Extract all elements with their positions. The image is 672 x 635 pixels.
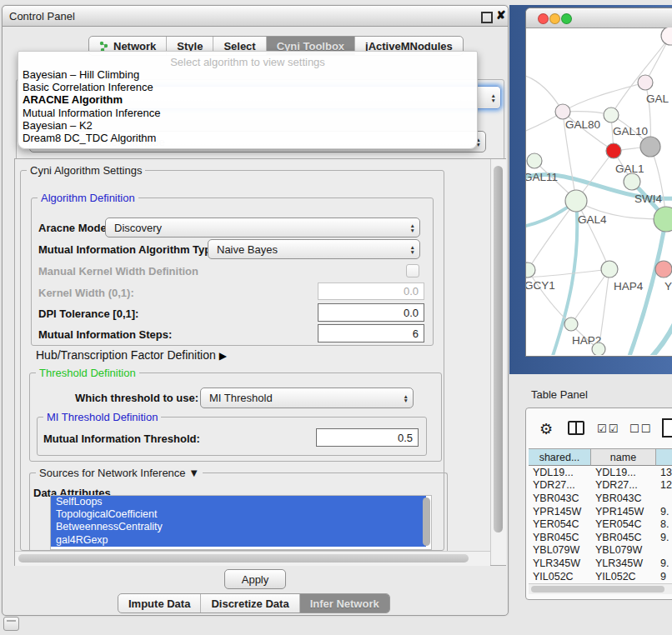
table-cell: YDL19... (591, 467, 656, 478)
apply-button[interactable]: Apply (224, 569, 286, 589)
combo-stepper-icon: ▲▼ (410, 223, 415, 232)
minimized-panel-icon[interactable] (3, 617, 19, 631)
column-header-2[interactable]: name (591, 448, 656, 466)
network-edge[interactable] (528, 201, 576, 270)
network-node[interactable] (640, 137, 660, 157)
table-row[interactable]: YIL052CYIL052C9 (529, 570, 672, 583)
network-node-swi4[interactable] (624, 173, 640, 190)
table-row[interactable]: YBR043CYBR043C (529, 492, 672, 505)
column-header-3[interactable]: A (656, 448, 672, 466)
data-attributes-list[interactable]: SelfLoopsTopologicalCoefficientBetweenne… (50, 495, 432, 550)
table-row[interactable]: YDL19...YDL19...13 (529, 466, 672, 479)
table-panel-window: ⚙ ☑☑ ☐☐ shared...nameA YDL19...YDL19...1… (525, 408, 672, 600)
network-node-hap2[interactable] (564, 318, 578, 331)
table-row[interactable]: YPR145WYPR145W9. (529, 505, 672, 518)
table-cell: YBR043C (591, 492, 656, 504)
network-node-label: GCY1 (526, 279, 555, 292)
network-node-y[interactable] (655, 261, 672, 278)
network-canvas[interactable]: GALGAL80GAL10GAL1GAL11SWI4GAL4GCY1YHAP4H… (526, 28, 672, 355)
which-threshold-combobox[interactable]: MI Threshold ▲▼ (200, 388, 414, 408)
algorithm-option[interactable]: Bayesian – K2 (18, 119, 477, 132)
float-window-icon[interactable] (481, 12, 493, 23)
expander-expanded-icon[interactable]: ▼ (188, 467, 199, 479)
tab-impute-data[interactable]: Impute Data (118, 594, 201, 612)
list-scrollbar-thumb[interactable] (423, 498, 430, 546)
table-row[interactable]: YDR27...YDR27...12 (529, 479, 672, 492)
algorithm-option[interactable]: Dream8 DC_TDC Algorithm (18, 132, 477, 144)
network-node[interactable] (592, 342, 605, 355)
mi-type-value: Naive Bayes (217, 243, 278, 256)
data-attribute-item[interactable]: SelfLoops (51, 496, 426, 508)
algorithm-option[interactable]: Mutual Information Inference (18, 107, 477, 119)
network-node-gcy1[interactable] (526, 262, 535, 278)
network-edge[interactable] (576, 201, 609, 269)
aracne-mode-combobox[interactable]: Discovery ▲▼ (105, 218, 420, 238)
table-cell: 9. (656, 506, 672, 518)
network-edge[interactable] (563, 82, 645, 112)
dpi-tolerance-field[interactable]: 0.0 (318, 303, 424, 322)
table-row[interactable]: YBL079WYBL079W (529, 544, 672, 558)
kernel-width-field[interactable]: 0.0 (318, 282, 424, 300)
data-attribute-item[interactable]: gal4RGexp (51, 534, 426, 547)
horizontal-scrollbar-thumb[interactable] (18, 554, 469, 562)
table-cell: YDR27... (529, 479, 591, 491)
network-node[interactable] (661, 28, 672, 45)
table-horizontal-scrollbar-thumb[interactable] (531, 586, 664, 592)
cyni-algorithm-settings-group: Cyni Algorithm Settings Algorithm Defini… (20, 170, 444, 551)
manual-kernel-checkbox[interactable] (406, 264, 419, 278)
network-edge[interactable] (551, 201, 577, 355)
network-node-gal1[interactable] (606, 143, 621, 158)
mi-steps-field[interactable]: 6 (318, 324, 424, 342)
close-traffic-light-icon[interactable] (538, 13, 549, 24)
mi-threshold-field[interactable]: 0.5 (316, 428, 419, 447)
table-row[interactable]: YBR045CYBR045C9. (529, 531, 672, 544)
column-header-1[interactable]: shared... (529, 448, 591, 466)
table-horizontal-scrollbar[interactable] (529, 583, 672, 594)
apply-button-label: Apply (242, 573, 269, 586)
hub-definition-expander[interactable]: Hub/Transcription Factor Definition ▶ (36, 348, 227, 362)
data-attribute-item[interactable]: BetweennessCentrality (51, 521, 426, 533)
network-node-gal11[interactable] (527, 153, 542, 168)
vertical-scrollbar[interactable] (490, 159, 506, 565)
control-panel-window: Control Panel ✘ NetworkStyleSelectCyni T… (2, 5, 509, 616)
select-all-checkboxes-icon[interactable]: ☑☑ (597, 422, 619, 435)
network-node-gal[interactable] (638, 75, 653, 90)
tab-label: Infer Network (310, 598, 379, 610)
table-cell: YPR145W (591, 506, 656, 518)
cyni-settings-group-title: Cyni Algorithm Settings (27, 164, 145, 177)
algorithm-option[interactable]: Basic Correlation Inference (18, 81, 477, 93)
tab-infer-network[interactable]: Infer Network (300, 594, 389, 612)
zoom-traffic-light-icon[interactable] (561, 13, 572, 24)
network-edge[interactable] (526, 269, 609, 278)
data-attribute-item[interactable]: TopologicalCoefficient (51, 508, 426, 521)
combo-stepper-icon: ▲▼ (410, 245, 415, 254)
network-node-label: SWI4 (634, 192, 662, 205)
deselect-all-checkboxes-icon[interactable]: ☐☐ (629, 422, 652, 435)
tab-discretize-data[interactable]: Discretize Data (201, 594, 299, 612)
minimize-traffic-light-icon[interactable] (549, 13, 560, 24)
table-row[interactable]: YER054CYER054C8. (529, 518, 672, 531)
gear-icon[interactable]: ⚙ (539, 420, 553, 438)
algorithm-option[interactable]: ARACNE Algorithm (18, 93, 477, 106)
network-node-hap4[interactable] (601, 261, 618, 278)
table-cell: YBR045C (591, 532, 656, 543)
network-icon (99, 41, 109, 52)
mi-algorithm-type-combobox[interactable]: Naive Bayes ▲▼ (208, 239, 420, 259)
control-panel-titlebar: Control Panel ✘ (3, 6, 508, 27)
network-node-gal80[interactable] (555, 104, 570, 119)
table-cell: YBL079W (529, 544, 591, 556)
new-table-icon[interactable] (662, 418, 672, 438)
horizontal-scrollbar[interactable] (15, 551, 490, 566)
network-node-gal4[interactable] (565, 190, 587, 212)
algorithm-option[interactable]: Bayesian – Hill Climbing (18, 68, 477, 81)
table-cell: YDR27... (591, 479, 656, 491)
vertical-scrollbar-thumb[interactable] (494, 166, 503, 532)
columns-icon[interactable] (568, 421, 584, 435)
table-cell: YBL079W (591, 544, 656, 556)
network-node-gal10[interactable] (604, 108, 619, 122)
table-row[interactable]: YLR345WYLR345W9. (529, 557, 672, 570)
dpi-tolerance-label: DPI Tolerance [0,1]: (38, 308, 138, 320)
network-graph: GALGAL80GAL10GAL1GAL11SWI4GAL4GCY1YHAP4H… (526, 28, 672, 355)
close-icon[interactable]: ✘ (496, 8, 506, 22)
table-cell: YER054C (529, 518, 591, 530)
